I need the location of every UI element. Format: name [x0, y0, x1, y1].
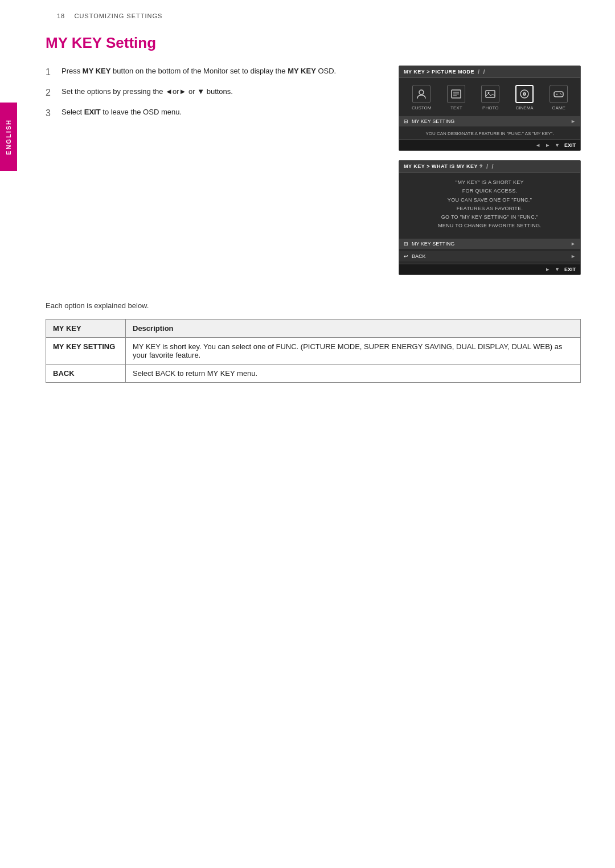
osd2-back-icon: ↩: [404, 253, 408, 259]
osd1-nav-right: ►: [545, 142, 550, 148]
osd1-nav-bar: ◄ ► ▼ EXIT: [399, 140, 580, 150]
osd1-title-bar: MY KEY > PICTURE MODE / /: [399, 66, 580, 78]
osd1-icon-text: TEXT: [447, 85, 465, 110]
osd-screens-column: MY KEY > PICTURE MODE / / CUSTOM: [399, 65, 581, 284]
description-table: MY KEY Description MY KEY SETTING MY KEY…: [46, 319, 581, 383]
osd1-menu-row: ⊟ MY KEY SETTING ►: [399, 116, 580, 126]
osd1-menu-icon: ⊟: [404, 118, 408, 124]
osd1-menu-label: MY KEY SETTING: [412, 118, 454, 124]
osd2-slash1: /: [486, 163, 489, 170]
page-header: 18 CUSTOMIZING SETTINGS: [57, 13, 162, 19]
steps-list: 1 Press MY KEY button on the bottom of t…: [46, 65, 376, 120]
step-3-text: Select EXIT to leave the OSD menu.: [62, 107, 376, 118]
language-label: ENGLISH: [5, 119, 12, 155]
mykey-setting-key: MY KEY SETTING: [46, 337, 126, 364]
step-1-num: 1: [46, 65, 57, 79]
custom-label: CUSTOM: [412, 105, 432, 110]
osd1-icon-custom: CUSTOM: [412, 85, 432, 110]
game-label: GAME: [552, 105, 565, 110]
game-icon-box: [550, 85, 568, 103]
back-desc: Select BACK to return MY KEY menu.: [126, 364, 581, 382]
two-col-layout: 1 Press MY KEY button on the bottom of t…: [46, 65, 581, 284]
back-key: BACK: [46, 364, 126, 382]
section-title: MY KEY Setting: [46, 34, 581, 52]
osd2-line1: "MY KEY" IS A SHORT KEYFOR QUICK ACCESS.…: [438, 179, 542, 228]
svg-rect-5: [486, 91, 495, 97]
svg-point-0: [419, 90, 424, 95]
step-3: 3 Select EXIT to leave the OSD menu.: [46, 107, 376, 120]
svg-point-13: [560, 93, 561, 95]
photo-label: PHOTO: [482, 105, 498, 110]
osd2-nav-down: ▼: [555, 267, 560, 272]
osd2-menu-icon: ⊟: [404, 241, 408, 247]
table-header-description: Description: [126, 319, 581, 337]
osd1-nav-down: ▼: [555, 142, 560, 148]
osd1-nav-left: ◄: [535, 142, 540, 148]
osd1-icons-row: CUSTOM TEXT PHOTO: [399, 78, 580, 114]
step-2-num: 2: [46, 86, 57, 100]
cinema-label: CINEMA: [516, 105, 534, 110]
step-1: 1 Press MY KEY button on the bottom of t…: [46, 65, 376, 79]
osd2-back-row: ↩ BACK ►: [399, 251, 580, 261]
table-row-back: BACK Select BACK to return MY KEY menu.: [46, 364, 581, 382]
step-1-text: Press MY KEY button on the bottom of the…: [62, 65, 376, 77]
step-2-text: Set the options by pressing the ◄or► or …: [62, 86, 376, 97]
text-icon-box: [447, 85, 465, 103]
osd2-nav-exit: EXIT: [564, 267, 576, 272]
language-tab: ENGLISH: [0, 103, 17, 171]
table-header-mykey: MY KEY: [46, 319, 126, 337]
table-row-mykey-setting: MY KEY SETTING MY KEY is short key. You …: [46, 337, 581, 364]
osd1-icon-cinema: CINEMA: [515, 85, 534, 110]
osd2-back-label: BACK: [412, 253, 426, 259]
osd-screen-2: MY KEY > WHAT IS MY KEY ? / / "MY KEY" I…: [399, 160, 581, 275]
osd1-icon-photo: PHOTO: [481, 85, 499, 110]
osd2-menu-row: ⊟ MY KEY SETTING ►: [399, 239, 580, 249]
osd1-title: MY KEY > PICTURE MODE: [404, 69, 474, 75]
svg-rect-10: [554, 92, 563, 97]
main-content: MY KEY Setting 1 Press MY KEY button on …: [46, 34, 581, 383]
steps-column: 1 Press MY KEY button on the bottom of t…: [46, 65, 376, 132]
osd-screen-1: MY KEY > PICTURE MODE / / CUSTOM: [399, 65, 581, 151]
osd1-nav-exit: EXIT: [564, 142, 576, 148]
osd2-back-arrow: ►: [571, 253, 576, 259]
step-3-num: 3: [46, 107, 57, 120]
osd2-body: "MY KEY" IS A SHORT KEYFOR QUICK ACCESS.…: [399, 173, 580, 236]
mykey-setting-desc: MY KEY is short key. You can select one …: [126, 337, 581, 364]
photo-icon-box: [481, 85, 499, 103]
osd1-menu-arrow: ►: [571, 118, 576, 124]
step-2: 2 Set the options by pressing the ◄or► o…: [46, 86, 376, 100]
custom-icon-box: [412, 85, 430, 103]
svg-point-14: [561, 94, 562, 95]
bottom-section: Each option is explained below. MY KEY D…: [46, 301, 581, 383]
svg-point-9: [524, 93, 525, 95]
osd2-slash2: /: [492, 163, 494, 170]
osd2-menu-label: MY KEY SETTING: [412, 241, 454, 247]
each-option-text: Each option is explained below.: [46, 301, 581, 310]
chapter-title: CUSTOMIZING SETTINGS: [74, 13, 162, 19]
osd2-title-bar: MY KEY > WHAT IS MY KEY ? / /: [399, 161, 580, 173]
osd2-nav-bar: ► ▼ EXIT: [399, 264, 580, 275]
osd1-slash1: /: [478, 68, 480, 75]
text-label: TEXT: [450, 105, 462, 110]
osd1-slash2: /: [483, 68, 486, 75]
osd2-menu-arrow: ►: [571, 241, 576, 247]
osd1-info-text: YOU CAN DESIGNATE A FEATURE IN "FUNC." A…: [399, 129, 580, 140]
cinema-icon-box: [515, 85, 534, 103]
osd2-nav-right: ►: [545, 267, 550, 272]
page-number: 18: [57, 13, 65, 19]
osd1-icon-game: GAME: [550, 85, 568, 110]
osd2-title: MY KEY > WHAT IS MY KEY ?: [404, 163, 483, 169]
